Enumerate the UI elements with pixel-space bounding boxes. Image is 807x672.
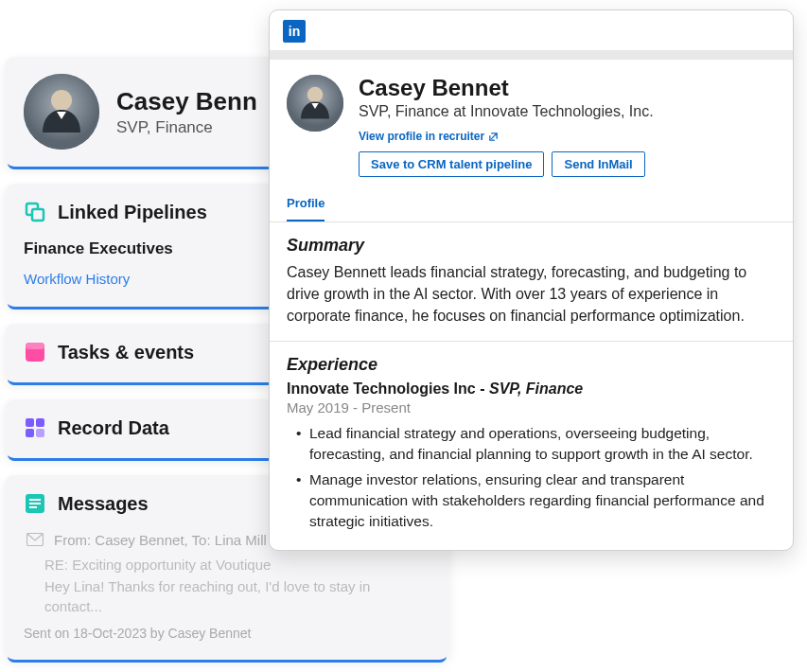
svg-rect-7 — [36, 418, 44, 427]
svg-point-16 — [307, 87, 324, 103]
linkedin-logo-icon: in — [283, 20, 306, 43]
linkedin-summary-section: Summary Casey Bennett leads financial st… — [270, 222, 793, 342]
messages-icon — [24, 492, 46, 515]
svg-rect-9 — [36, 429, 44, 437]
message-from-to: From: Casey Bennet, To: Lina Mill — [54, 532, 267, 548]
workflow-history-link[interactable]: Workflow History — [24, 271, 130, 287]
svg-rect-11 — [29, 499, 41, 501]
tasks-icon — [24, 341, 46, 363]
profile-subtitle: SVP, Finance — [116, 118, 257, 137]
tab-profile[interactable]: Profile — [287, 188, 325, 221]
svg-rect-13 — [29, 506, 37, 508]
svg-rect-6 — [26, 418, 34, 427]
svg-rect-3 — [32, 209, 44, 221]
svg-rect-8 — [26, 429, 34, 437]
linkedin-avatar — [287, 75, 343, 132]
summary-text: Casey Bennett leads financial strategy, … — [287, 261, 776, 327]
messages-heading: Messages — [58, 493, 149, 515]
summary-heading: Summary — [287, 236, 776, 256]
linkedin-experience-section: Experience Innovate Technologies Inc - S… — [270, 342, 793, 550]
save-to-crm-button[interactable]: Save to CRM talent pipeline — [359, 151, 544, 177]
pipelines-icon — [24, 201, 46, 223]
record-heading: Record Data — [58, 417, 169, 439]
message-preview: Hey Lina! Thanks for reaching out, I'd l… — [44, 576, 430, 616]
avatar — [24, 74, 99, 150]
linkedin-panel: in Casey Bennet SVP, Finance at Innovate… — [269, 9, 794, 551]
message-subject: RE: Exciting opportunity at Voutique — [44, 557, 430, 573]
envelope-icon — [24, 528, 46, 551]
profile-name: Casey Benn — [116, 87, 257, 116]
experience-heading: Experience — [287, 355, 776, 375]
svg-rect-5 — [26, 343, 44, 349]
linkedin-name: Casey Bennet — [359, 75, 776, 101]
send-inmail-button[interactable]: Send InMail — [552, 151, 644, 177]
view-profile-recruiter-link[interactable]: View profile in recruiter — [359, 130, 499, 143]
pipelines-heading: Linked Pipelines — [58, 202, 207, 223]
record-data-icon — [24, 416, 46, 439]
svg-point-1 — [51, 90, 72, 111]
external-link-icon — [488, 132, 499, 142]
linkedin-title: SVP, Finance at Innovate Technologies, I… — [359, 103, 776, 120]
experience-dates: May 2019 - Present — [287, 399, 776, 416]
pipeline-name[interactable]: Finance Executives — [24, 239, 173, 258]
svg-rect-12 — [29, 503, 41, 504]
experience-title: Innovate Technologies Inc - SVP, Finance — [287, 380, 776, 398]
experience-bullet: Lead financial strategy and operations, … — [296, 423, 776, 466]
message-meta: Sent on 18-Oct-2023 by Casey Bennet — [24, 626, 430, 641]
experience-bullet: Manage investor relations, ensuring clea… — [296, 469, 776, 533]
linkedin-header-strip — [270, 50, 793, 60]
tasks-heading: Tasks & events — [58, 342, 194, 363]
